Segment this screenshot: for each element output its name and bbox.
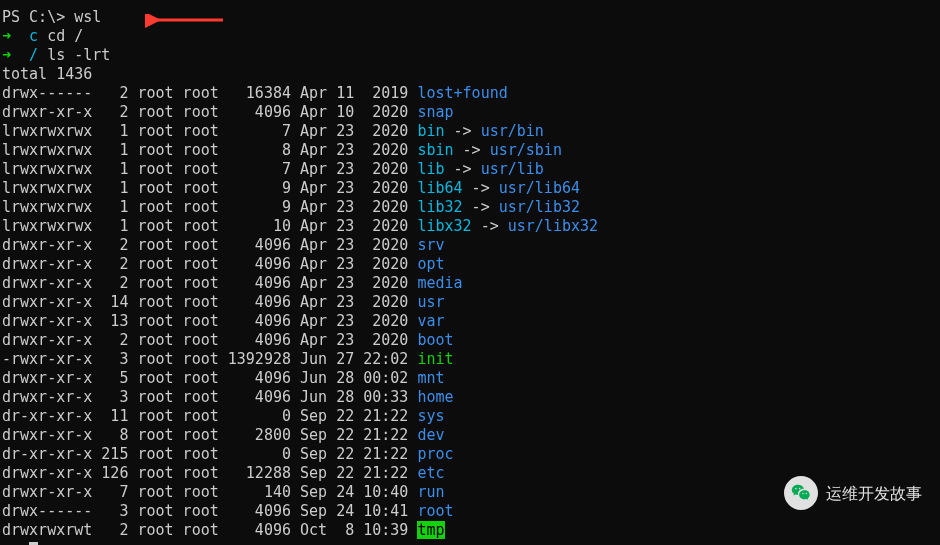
ls-links: 126 bbox=[92, 464, 128, 482]
ls-size: 4096 bbox=[219, 502, 291, 520]
ls-day: 24 bbox=[327, 483, 354, 501]
ls-group: root bbox=[174, 293, 219, 311]
ls-row: dr-xr-xr-x 215 root root 0 Sep 22 21:22 … bbox=[2, 445, 938, 464]
ls-perm: drwxr-xr-x bbox=[2, 293, 92, 311]
ls-links: 3 bbox=[92, 388, 128, 406]
ls-owner: root bbox=[128, 464, 173, 482]
ls-group: root bbox=[174, 445, 219, 463]
ls-links: 1 bbox=[92, 141, 128, 159]
ls-month: Apr bbox=[291, 293, 327, 311]
ls-month: Apr bbox=[291, 84, 327, 102]
prompt-line-ps: PS C:\> wsl bbox=[2, 8, 938, 27]
ls-day: 23 bbox=[327, 141, 354, 159]
ls-name: lib32 bbox=[417, 198, 462, 216]
ls-row: drwxr-xr-x 2 root root 4096 Apr 23 2020 … bbox=[2, 331, 938, 350]
ls-owner: root bbox=[128, 502, 173, 520]
ls-time: 2020 bbox=[354, 236, 408, 254]
ls-day: 22 bbox=[327, 445, 354, 463]
ls-time: 2020 bbox=[354, 331, 408, 349]
ls-owner: root bbox=[128, 103, 173, 121]
ls-size: 4096 bbox=[219, 521, 291, 539]
ls-time: 2020 bbox=[354, 103, 408, 121]
ls-month: Apr bbox=[291, 331, 327, 349]
watermark: 运维开发故事 bbox=[784, 476, 922, 510]
ls-group: root bbox=[174, 103, 219, 121]
ls-day: 23 bbox=[327, 122, 354, 140]
ls-links: 2 bbox=[92, 274, 128, 292]
ls-name: sys bbox=[417, 407, 444, 425]
ls-group: root bbox=[174, 350, 219, 368]
ls-month: Sep bbox=[291, 407, 327, 425]
ls-day: 23 bbox=[327, 255, 354, 273]
ls-size: 7 bbox=[219, 160, 291, 178]
ls-month: Apr bbox=[291, 141, 327, 159]
ls-group: root bbox=[174, 274, 219, 292]
ls-row: drwxr-xr-x 2 root root 4096 Apr 10 2020 … bbox=[2, 103, 938, 122]
ls-name: opt bbox=[417, 255, 444, 273]
ls-size: 140 bbox=[219, 483, 291, 501]
ls-group: root bbox=[174, 331, 219, 349]
ls-month: Sep bbox=[291, 464, 327, 482]
ls-perm: drwxr-xr-x bbox=[2, 274, 92, 292]
ls-symlink-arrow: -> bbox=[472, 217, 508, 235]
ls-size: 12288 bbox=[219, 464, 291, 482]
ls-time: 21:22 bbox=[354, 464, 408, 482]
ls-group: root bbox=[174, 141, 219, 159]
ls-row: drwx------ 2 root root 16384 Apr 11 2019… bbox=[2, 84, 938, 103]
ls-owner: root bbox=[128, 388, 173, 406]
ls-name: lib64 bbox=[417, 179, 462, 197]
ls-name: usr bbox=[417, 293, 444, 311]
ls-name: boot bbox=[417, 331, 453, 349]
ls-month: Apr bbox=[291, 217, 327, 235]
ls-symlink-arrow: -> bbox=[454, 141, 490, 159]
ls-links: 1 bbox=[92, 217, 128, 235]
ls-links: 1 bbox=[92, 179, 128, 197]
ls-size: 9 bbox=[219, 179, 291, 197]
ls-time: 2020 bbox=[354, 255, 408, 273]
ls-size: 4096 bbox=[219, 103, 291, 121]
ls-size: 2800 bbox=[219, 426, 291, 444]
ls-owner: root bbox=[128, 198, 173, 216]
ls-day: 22 bbox=[327, 464, 354, 482]
ls-owner: root bbox=[128, 122, 173, 140]
ls-group: root bbox=[174, 483, 219, 501]
ls-row: drwxrwxrwt 2 root root 4096 Oct 8 10:39 … bbox=[2, 521, 938, 540]
terminal-output[interactable]: PS C:\> wsl➜ c cd /➜ / ls -lrttotal 1436… bbox=[2, 8, 938, 545]
ls-row: drwxr-xr-x 2 root root 4096 Apr 23 2020 … bbox=[2, 274, 938, 293]
ls-month: Apr bbox=[291, 122, 327, 140]
ls-month: Apr bbox=[291, 179, 327, 197]
ls-size: 16384 bbox=[219, 84, 291, 102]
ls-time: 2020 bbox=[354, 274, 408, 292]
ls-row: drwxr-xr-x 14 root root 4096 Apr 23 2020… bbox=[2, 293, 938, 312]
ls-month: Apr bbox=[291, 103, 327, 121]
ls-size: 4096 bbox=[219, 293, 291, 311]
ls-group: root bbox=[174, 369, 219, 387]
ls-row: lrwxrwxrwx 1 root root 7 Apr 23 2020 bin… bbox=[2, 122, 938, 141]
ls-time: 2020 bbox=[354, 198, 408, 216]
ls-name: run bbox=[417, 483, 444, 501]
prompt-cursor-line[interactable] bbox=[2, 540, 938, 545]
ls-day: 23 bbox=[327, 160, 354, 178]
ls-group: root bbox=[174, 255, 219, 273]
ls-month: Apr bbox=[291, 255, 327, 273]
ls-perm: drwxr-xr-x bbox=[2, 464, 92, 482]
ls-row: drwxr-xr-x 2 root root 4096 Apr 23 2020 … bbox=[2, 255, 938, 274]
ls-perm: drwxr-xr-x bbox=[2, 426, 92, 444]
ls-name: snap bbox=[417, 103, 453, 121]
ls-name: home bbox=[417, 388, 453, 406]
ls-group: root bbox=[174, 388, 219, 406]
ls-name: init bbox=[417, 350, 453, 368]
ls-size: 1392928 bbox=[219, 350, 291, 368]
ls-group: root bbox=[174, 312, 219, 330]
ls-time: 2020 bbox=[354, 141, 408, 159]
ls-links: 13 bbox=[92, 312, 128, 330]
ls-row: -rwxr-xr-x 3 root root 1392928 Jun 27 22… bbox=[2, 350, 938, 369]
ls-owner: root bbox=[128, 293, 173, 311]
ls-day: 23 bbox=[327, 198, 354, 216]
ls-group: root bbox=[174, 464, 219, 482]
ls-time: 21:22 bbox=[354, 426, 408, 444]
ls-links: 11 bbox=[92, 407, 128, 425]
ls-month: Apr bbox=[291, 198, 327, 216]
ls-day: 28 bbox=[327, 369, 354, 387]
ls-links: 5 bbox=[92, 369, 128, 387]
